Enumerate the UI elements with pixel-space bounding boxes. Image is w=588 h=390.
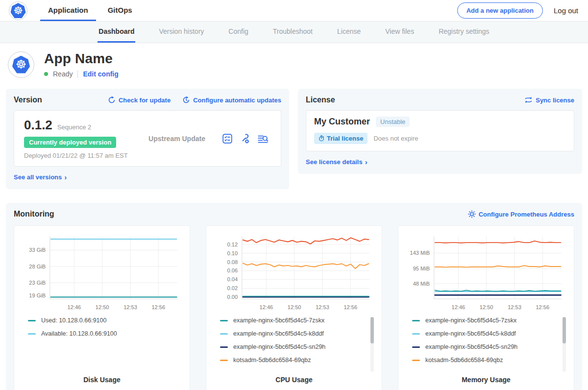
legend-swatch [220,360,228,361]
svg-text:12:46: 12:46 [67,304,81,310]
chart-title: Memory Usage [405,376,567,386]
configure-prometheus-link[interactable]: Configure Prometheus Address [468,210,574,218]
helm-wheel-icon: ☸ [16,58,26,71]
monitoring-header: Monitoring Configure Prometheus Address [14,210,574,219]
release-notes-icon[interactable] [222,133,233,144]
cpu-usage-chart: 0.000.020.040.060.080.100.1212:4612:5012… [213,232,375,313]
legend-scrollbar-thumb[interactable] [370,317,374,343]
view-logs-icon[interactable] [257,133,269,144]
cpu-usage-chart-card: 0.000.020.040.060.080.100.1212:4612:5012… [206,225,382,390]
legend-item: Available: 10.128.0.66:9100 [28,330,174,337]
legend-scrollbar-track[interactable] [563,317,566,372]
license-card-header: License Sync license [306,96,574,104]
configure-automatic-updates-link[interactable]: Configure automatic updates [182,96,281,104]
legend-swatch [412,360,420,361]
svg-text:0.10: 0.10 [227,250,238,256]
tab-troubleshoot[interactable]: Troubleshoot [272,22,314,43]
tab-registry-settings[interactable]: Registry settings [438,22,490,43]
refresh-icon [108,96,116,104]
svg-text:12:50: 12:50 [96,304,109,310]
version-card: Version Check for update [6,89,289,189]
legend-swatch [220,346,228,348]
topnav-right: Add a new application Log out [457,2,578,19]
see-license-details-row: See license details › [306,151,574,166]
legend-swatch [220,333,228,335]
chart-title: Disk Usage [21,376,183,386]
app-header: ☸ App Name Ready Edit config [0,43,588,85]
kubernetes-logo-icon: ☸ [9,1,27,20]
divider [77,71,78,78]
svg-text:12:56: 12:56 [151,304,165,310]
license-type-badge: Trial license [314,133,368,144]
svg-text:12:56: 12:56 [343,304,357,310]
svg-text:48 MiB: 48 MiB [413,281,430,287]
see-license-details-link[interactable]: See license details › [306,158,368,166]
legend-item: example-nginx-5bc6f5d4c5-sn29h [412,343,558,350]
legend-item: kotsadm-5db6dc6584-69qbz [412,357,558,364]
topnav-tabs: Application GitOps [40,0,140,21]
chevron-right-icon: › [365,158,368,166]
see-license-details-label: See license details [306,158,363,166]
svg-text:0.00: 0.00 [227,294,238,300]
disk-usage-chart: 19 GiB23 GiB28 GiB33 GiB12:4612:5012:531… [21,232,183,313]
logout-link[interactable]: Log out [554,6,578,15]
see-all-versions-row: See all versions › [14,167,281,181]
tab-version-history[interactable]: Version history [158,22,205,43]
config-wrench-icon[interactable] [240,133,250,144]
update-type-label: Upstream Update [132,135,222,143]
status-dot [44,72,48,76]
sync-license-label: Sync license [536,97,574,104]
memory-usage-legend: example-nginx-5bc6f5d4c5-7zskxexample-ng… [405,316,567,376]
legend-item: example-nginx-5bc6f5d4c5-k8ddf [412,330,558,337]
legend-label: example-nginx-5bc6f5d4c5-7zskx [425,317,516,324]
legend-swatch [28,333,36,335]
legend-scrollbar-thumb[interactable] [563,317,566,343]
legend-label: example-nginx-5bc6f5d4c5-sn29h [233,343,325,350]
svg-text:0.12: 0.12 [227,242,238,247]
kots-admin-console: ☸ Application GitOps Add a new applicati… [0,0,588,390]
sync-license-link[interactable]: Sync license [524,96,574,104]
legend-item: example-nginx-5bc6f5d4c5-7zskx [412,317,558,324]
tab-license[interactable]: License [336,22,362,43]
gear-icon [468,210,476,218]
deployed-timestamp: Deployed 01/21/22 @ 11:57 am EST [24,152,132,159]
legend-swatch [220,320,228,321]
tab-dashboard[interactable]: Dashboard [98,22,135,43]
svg-text:12:46: 12:46 [451,304,465,310]
sync-arrows-icon [524,96,533,104]
legend-scrollbar-track[interactable] [370,317,374,372]
svg-text:12:53: 12:53 [123,304,137,310]
channel-badge: Unstable [376,117,410,127]
add-application-button[interactable]: Add a new application [457,2,543,19]
tab-application[interactable]: Application [40,0,96,21]
legend-label: example-nginx-5bc6f5d4c5-k8ddf [233,330,324,337]
legend-item: kotsadm-5db6dc6584-69qbz [220,357,366,364]
tab-view-files[interactable]: View files [384,22,415,43]
cpu-usage-legend: example-nginx-5bc6f5d4c5-7zskxexample-ng… [213,316,375,376]
license-type-label: Trial license [327,135,363,142]
status-text: Ready [53,70,73,78]
legend-label: kotsadm-5db6dc6584-69qbz [425,357,503,364]
legend-item: example-nginx-5bc6f5d4c5-7zskx [220,317,366,324]
app-status-row: Ready Edit config [44,70,119,78]
tab-config[interactable]: Config [227,22,249,43]
kubernetes-heptagon: ☸ [12,56,30,73]
edit-config-link[interactable]: Edit config [83,70,118,78]
license-card-title: License [306,96,335,104]
check-for-update-link[interactable]: Check for update [108,96,171,104]
tab-gitops[interactable]: GitOps [100,0,140,21]
version-action-icons [222,133,271,144]
see-all-versions-link[interactable]: See all versions › [14,173,67,181]
app-title-block: App Name Ready Edit config [44,51,119,78]
legend-swatch [412,346,420,348]
chart-title: CPU Usage [213,376,375,386]
svg-text:12:53: 12:53 [508,304,521,310]
page-title: App Name [44,51,119,67]
legend-swatch [412,320,420,321]
legend-swatch [412,333,420,335]
svg-text:23 GiB: 23 GiB [29,280,46,286]
cards-row: Version Check for update [6,89,582,189]
sequence-label: Sequence 2 [57,123,91,131]
deployed-badge: Currently deployed version [24,137,116,148]
stopwatch-icon [318,135,324,142]
